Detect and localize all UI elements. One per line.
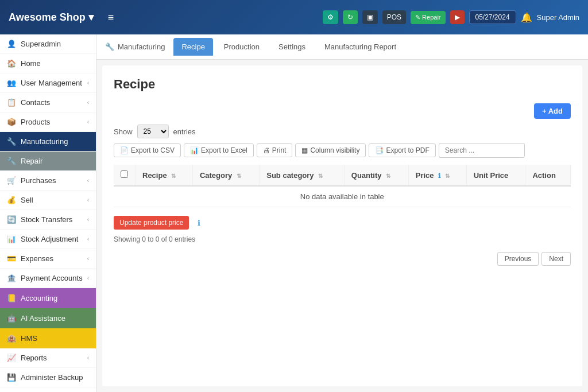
sidebar-label: Home: [21, 59, 41, 68]
export-csv-button[interactable]: 📄 Export to CSV: [114, 143, 181, 157]
category-sort-icon[interactable]: ⇅: [237, 173, 241, 179]
chevron-icon: ‹: [87, 197, 89, 203]
sidebar-item-purchases[interactable]: 🛒 Purchases ‹: [0, 171, 96, 191]
sidebar-item-reports[interactable]: 📈 Reports ‹: [0, 348, 96, 368]
sidebar-label: Expenses: [21, 254, 53, 263]
sell-icon: 💰: [7, 196, 16, 204]
sidebar-label: Payment Accounts: [21, 274, 83, 282]
page-title: Recipe: [114, 77, 571, 92]
sidebar-item-repair[interactable]: 🔧 Repair: [0, 152, 96, 171]
sidebar-label: Repair: [21, 157, 42, 165]
export-pdf-button[interactable]: 📑 Export to PDF: [369, 143, 435, 157]
sidebar-item-home[interactable]: 🏠 Home: [0, 54, 96, 73]
action-col-header: Action: [525, 165, 571, 186]
column-visibility-label: Column visibility: [310, 146, 359, 154]
recipe-col-label: Recipe: [142, 171, 167, 180]
price-sort-icon[interactable]: ⇅: [445, 173, 450, 179]
expenses-icon: 💳: [7, 254, 16, 263]
sub-category-col-label: Sub category: [266, 171, 314, 180]
sidebar-item-stock-transfers[interactable]: 🔄 Stock Transfers ‹: [0, 210, 96, 230]
entries-select[interactable]: 25 10 50 100: [137, 125, 169, 138]
sidebar-item-manufacturing[interactable]: 🔧 Manufacturing: [0, 132, 96, 152]
stock-adjustment-icon: 📊: [7, 235, 16, 243]
export-pdf-icon: 📑: [375, 146, 384, 154]
manufacturing-subnav-icon: 🔧: [105, 42, 114, 51]
payment-accounts-icon: 🏦: [7, 274, 16, 282]
no-data-cell: No data available in table: [114, 186, 571, 207]
main-content: 🔧 Manufacturing Recipe Production Settin…: [96, 34, 588, 392]
category-col-header: Category ⇅: [192, 165, 259, 186]
monitor-header-btn[interactable]: ▣: [362, 10, 378, 24]
brand-name[interactable]: Awesome Shop ▾: [9, 11, 94, 24]
sidebar-item-modules[interactable]: 🧩 Modules: [0, 387, 96, 392]
column-visibility-button[interactable]: ▦ Column visibility: [295, 143, 366, 157]
recipe-table: Recipe ⇅ Category ⇅ Sub category ⇅ Qua: [114, 165, 571, 207]
chevron-icon: ‹: [87, 355, 89, 361]
update-info-icon[interactable]: ℹ: [198, 219, 200, 227]
sub-category-col-header: Sub category ⇅: [260, 165, 345, 186]
show-label: Show: [114, 127, 133, 136]
tab-recipe[interactable]: Recipe: [173, 38, 212, 56]
search-input[interactable]: [439, 143, 525, 158]
chevron-icon: ‹: [87, 255, 89, 262]
sidebar-item-contacts[interactable]: 📋 Contacts ‹: [0, 93, 96, 112]
add-recipe-button[interactable]: + Add: [534, 103, 571, 119]
sidebar-item-hms[interactable]: 🏨 HMS: [0, 328, 96, 348]
sidebar-item-administer-backup[interactable]: 💾 Administer Backup: [0, 368, 96, 387]
hamburger-button[interactable]: ≡: [108, 11, 114, 24]
entries-label: entries: [173, 127, 196, 136]
sub-category-sort-icon[interactable]: ⇅: [318, 173, 323, 179]
sidebar-item-products[interactable]: 📦 Products ‹: [0, 112, 96, 132]
sidebar-item-expenses[interactable]: 💳 Expenses ‹: [0, 249, 96, 269]
sidebar-item-ai-assistance[interactable]: 🤖 AI Assistance: [0, 308, 96, 328]
next-button[interactable]: Next: [541, 252, 571, 266]
quantity-sort-icon[interactable]: ⇅: [386, 173, 390, 179]
bell-icon[interactable]: 🔔: [521, 12, 532, 23]
chevron-icon: ‹: [87, 99, 89, 106]
unit-price-col-header: Unit Price: [466, 165, 525, 186]
price-col-header: Price ℹ ⇅: [408, 165, 466, 186]
export-excel-button[interactable]: 📊 Export to Excel: [184, 143, 254, 157]
price-info-icon[interactable]: ℹ: [438, 172, 440, 179]
admin-name: Super Admin: [537, 13, 579, 22]
sidebar-item-superadmin[interactable]: 👤 Superadmin: [0, 34, 96, 54]
tab-manufacturing-report[interactable]: Manufacturing Report: [316, 38, 404, 56]
print-icon: 🖨: [263, 146, 270, 154]
sidebar-item-accounting[interactable]: 📒 Accounting: [0, 288, 96, 308]
quantity-col-label: Quantity: [351, 171, 382, 180]
tab-production[interactable]: Production: [216, 38, 268, 56]
refresh-header-btn[interactable]: ↻: [343, 10, 358, 24]
sidebar-item-payment-accounts[interactable]: 🏦 Payment Accounts ‹: [0, 269, 96, 288]
update-product-price-button[interactable]: Update product price: [114, 216, 189, 230]
export-csv-label: Export to CSV: [131, 146, 175, 154]
chevron-icon: ‹: [87, 80, 89, 86]
brand-text: Awesome Shop: [9, 11, 86, 24]
backup-icon: 💾: [7, 373, 16, 382]
quantity-col-header: Quantity ⇅: [344, 165, 408, 186]
repair-header-btn[interactable]: ✎ Repair: [411, 11, 445, 24]
tab-settings[interactable]: Settings: [270, 38, 314, 56]
previous-button[interactable]: Previous: [497, 252, 539, 266]
header-right: ⚙ ↻ ▣ POS ✎ Repair ▶ 05/27/2024 🔔 Super …: [323, 10, 579, 24]
pos-header-btn[interactable]: POS: [382, 10, 406, 24]
subnav-brand-label: Manufacturing: [118, 42, 165, 51]
sidebar-item-sell[interactable]: 💰 Sell ‹: [0, 191, 96, 210]
recipe-sort-icon[interactable]: ⇅: [171, 173, 176, 179]
video-header-btn[interactable]: ▶: [450, 10, 465, 24]
settings-header-btn[interactable]: ⚙: [323, 10, 338, 24]
print-button[interactable]: 🖨 Print: [257, 143, 293, 157]
category-col-label: Category: [200, 171, 232, 180]
sidebar-item-user-management[interactable]: 👥 User Management ‹: [0, 73, 96, 93]
checkbox-header: [114, 165, 136, 186]
sidebar-label: Purchases: [21, 176, 56, 185]
sidebar-item-stock-adjustment[interactable]: 📊 Stock Adjustment ‹: [0, 230, 96, 249]
price-col-label: Price: [416, 171, 434, 180]
sidebar-label: Products: [21, 118, 50, 126]
sidebar-label: HMS: [21, 334, 37, 343]
table-toolbar: Show 25 10 50 100 entries 📄 Export to CS…: [114, 125, 571, 158]
sidebar-label: Reports: [21, 354, 47, 362]
contacts-icon: 📋: [7, 98, 16, 107]
sidebar-label: Contacts: [21, 98, 50, 107]
subnav-brand: 🔧 Manufacturing: [105, 42, 165, 51]
select-all-checkbox[interactable]: [121, 170, 128, 178]
